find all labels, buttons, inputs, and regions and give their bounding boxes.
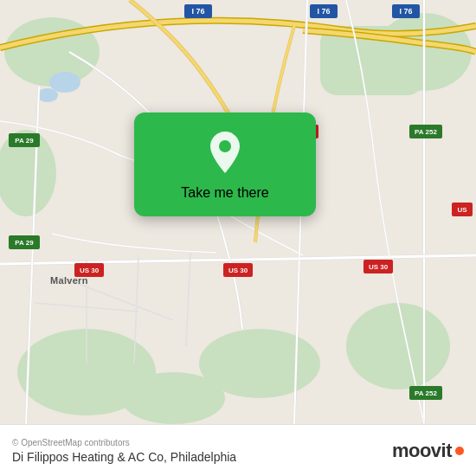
osm-attribution: © OpenStreetMap contributors xyxy=(12,438,236,447)
take-me-there-button[interactable]: Take me there xyxy=(181,185,268,201)
business-name: Di Filippos Heating & AC Co, Philadelphi… xyxy=(12,450,236,464)
svg-text:I 76: I 76 xyxy=(317,7,330,16)
moovit-logo-text: moovit xyxy=(392,440,452,462)
svg-text:PA 29: PA 29 xyxy=(15,137,34,145)
svg-point-4 xyxy=(346,303,450,389)
cta-overlay[interactable]: Take me there xyxy=(134,113,316,216)
moovit-dot xyxy=(455,447,464,455)
svg-text:US 30: US 30 xyxy=(80,267,100,274)
moovit-logo: moovit xyxy=(392,440,464,462)
svg-text:US 30: US 30 xyxy=(369,263,389,271)
svg-text:I 76: I 76 xyxy=(191,7,204,16)
svg-text:PA 252: PA 252 xyxy=(415,389,437,397)
svg-text:US 30: US 30 xyxy=(228,267,248,274)
svg-text:I 76: I 76 xyxy=(399,7,412,16)
svg-point-49 xyxy=(219,140,231,152)
map-container: I 76 I 76 I 76 PA 252 US 202 PA 29 PA 29… xyxy=(0,0,476,424)
svg-text:PA 29: PA 29 xyxy=(15,239,34,247)
svg-text:US: US xyxy=(457,206,467,214)
svg-point-10 xyxy=(37,88,58,102)
info-bar: © OpenStreetMap contributors Di Filippos… xyxy=(0,424,476,476)
location-pin-icon xyxy=(206,130,244,175)
svg-text:Malvern: Malvern xyxy=(50,275,88,286)
svg-text:PA 252: PA 252 xyxy=(415,128,437,136)
business-info: © OpenStreetMap contributors Di Filippos… xyxy=(12,438,236,464)
svg-point-8 xyxy=(121,372,225,424)
svg-point-9 xyxy=(49,72,80,93)
